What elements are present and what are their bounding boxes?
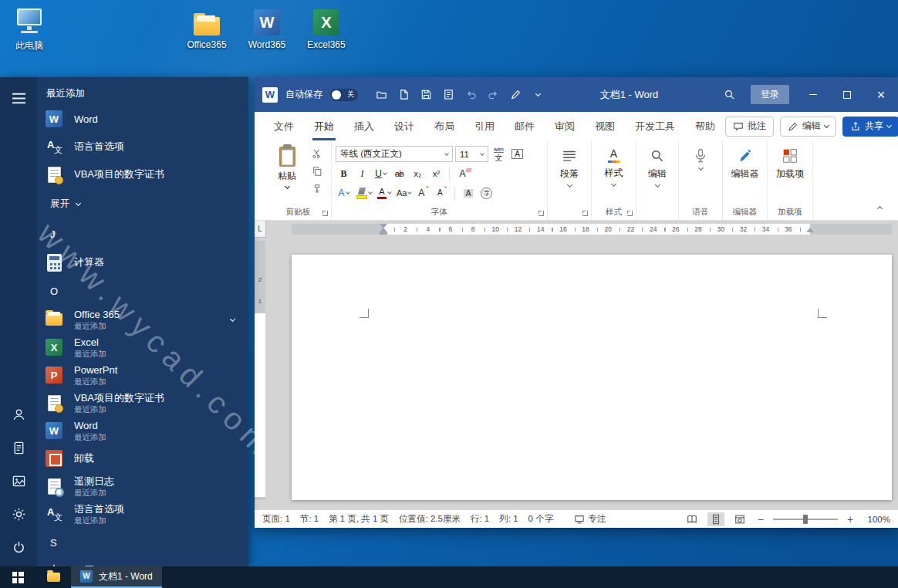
settings-icon[interactable] (8, 504, 29, 524)
subscript-button[interactable] (410, 166, 426, 181)
share-button[interactable]: 共享 (842, 117, 898, 137)
zoom-slider-thumb[interactable] (803, 515, 808, 524)
tab-mailings[interactable]: 邮件 (505, 112, 545, 140)
phonetic-guide-button[interactable] (491, 147, 507, 162)
start-menu-item-word[interactable]: Word 最近添加 (37, 417, 248, 444)
maximize-button[interactable] (830, 77, 864, 112)
expand-button[interactable]: 展开 (37, 188, 248, 219)
status-column[interactable]: 列: 1 (499, 513, 518, 525)
status-section[interactable]: 节: 1 (300, 513, 319, 525)
font-size-select[interactable]: 11 (455, 146, 488, 162)
tab-design[interactable]: 设计 (384, 112, 424, 140)
tab-view[interactable]: 视图 (585, 112, 625, 140)
superscript-button[interactable] (428, 166, 444, 181)
user-icon[interactable] (8, 404, 29, 424)
start-menu-item-settings[interactable]: 设置 (37, 557, 248, 566)
taskbar-word-task[interactable]: 文档1 - Word (71, 566, 162, 588)
tab-review[interactable]: 审阅 (545, 112, 585, 140)
strikethrough-button[interactable] (391, 166, 407, 181)
zoom-level[interactable]: 100% (863, 515, 890, 524)
shrink-font-button[interactable] (434, 185, 450, 201)
start-menu-item-vba-cert[interactable]: VBA项目的数字证书 最近添加 (37, 389, 248, 417)
desktop-icon-excel365[interactable]: Excel365 (303, 6, 349, 50)
character-border-button[interactable] (509, 147, 525, 162)
status-word-count[interactable]: 0 个字 (528, 513, 554, 525)
start-menu-item-excel[interactable]: Excel 最近添加 (37, 333, 248, 361)
start-menu-item-powerpoint[interactable]: PowerPnt 最近添加 (37, 361, 248, 389)
start-menu-item-language[interactable]: 语言首选项 最近添加 (37, 500, 248, 528)
minimize-button[interactable] (796, 77, 830, 112)
tab-file[interactable]: 文件 (264, 112, 304, 140)
bold-button[interactable] (336, 166, 352, 181)
start-menu-item-telemetry[interactable]: 遥测日志 最近添加 (37, 472, 248, 500)
letter-header-o[interactable]: O (37, 276, 248, 306)
tab-developer[interactable]: 开发工具 (625, 112, 685, 140)
print-layout-button[interactable] (707, 512, 724, 526)
editing-button[interactable]: 编辑 (640, 146, 675, 201)
ribbon-collapse-icon[interactable] (872, 201, 887, 214)
paste-button[interactable]: 粘贴 (270, 145, 304, 201)
tab-references[interactable]: 引用 (464, 112, 505, 140)
underline-button[interactable] (373, 166, 389, 181)
desktop-icon-this-pc[interactable]: 此电脑 (6, 6, 52, 52)
undo-icon[interactable] (464, 89, 477, 101)
menu-icon[interactable] (8, 88, 29, 108)
dictate-button[interactable] (682, 146, 719, 201)
change-case-button[interactable] (395, 185, 413, 201)
letter-header-j[interactable]: J (37, 219, 248, 248)
power-icon[interactable] (8, 537, 29, 557)
tab-insert[interactable]: 插入 (344, 112, 384, 140)
dialog-launcher-icon[interactable] (582, 211, 588, 216)
open-icon[interactable] (375, 89, 387, 101)
sign-in-button[interactable]: 登录 (751, 85, 789, 104)
draw-icon[interactable] (509, 89, 522, 101)
start-menu-item-calculator[interactable]: 计算器 (37, 248, 248, 276)
autosave-toggle[interactable]: 关 (330, 89, 358, 101)
pictures-icon[interactable] (8, 471, 29, 491)
letter-header-s[interactable]: S (37, 528, 248, 557)
copy-icon[interactable] (309, 165, 325, 177)
font-name-select[interactable]: 等线 (西文正文) (336, 146, 453, 162)
desktop-icon-office365[interactable]: Office365 (184, 6, 230, 50)
clear-formatting-button[interactable] (454, 166, 471, 181)
left-indent-marker[interactable] (380, 232, 387, 235)
cut-icon[interactable] (309, 147, 325, 160)
dialog-launcher-icon[interactable] (627, 211, 633, 216)
redo-icon[interactable] (487, 89, 499, 101)
addins-button[interactable]: 加载项 (771, 146, 809, 201)
editor-button[interactable]: 编辑器 (726, 146, 764, 201)
tab-help[interactable]: 帮助 (685, 112, 725, 140)
tab-layout[interactable]: 布局 (424, 112, 464, 140)
zoom-slider[interactable] (773, 519, 838, 520)
editing-mode-button[interactable]: 编辑 (780, 117, 836, 137)
start-menu-item-office365[interactable]: Office 365 最近添加 (37, 306, 248, 333)
status-line[interactable]: 行: 1 (471, 513, 489, 525)
qat-chevron-icon[interactable] (532, 89, 544, 101)
right-indent-marker[interactable] (806, 228, 814, 232)
grow-font-button[interactable] (415, 185, 431, 201)
start-menu-item-uninstall[interactable]: 卸载 (37, 444, 248, 472)
save-icon[interactable] (420, 89, 432, 101)
document-page[interactable] (292, 255, 892, 500)
start-menu-item-language[interactable]: 语言首选项 (37, 133, 248, 161)
focus-mode-button[interactable]: 专注 (574, 513, 606, 525)
enclose-characters-button[interactable] (478, 185, 495, 201)
font-color-button[interactable] (376, 185, 393, 201)
styles-button[interactable]: 样式 (595, 146, 633, 201)
comments-button[interactable]: 批注 (725, 117, 774, 137)
text-effects-button[interactable] (336, 185, 352, 201)
start-button[interactable] (0, 566, 35, 588)
zoom-in-icon[interactable] (845, 514, 856, 525)
tab-home[interactable]: 开始 (304, 112, 344, 140)
web-layout-button[interactable] (731, 512, 748, 526)
italic-button[interactable] (354, 166, 370, 181)
status-page-of[interactable]: 第 1 页, 共 1 页 (329, 513, 389, 525)
status-position[interactable]: 位置值: 2.5厘米 (399, 513, 461, 525)
status-page[interactable]: 页面: 1 (262, 513, 290, 525)
print-preview-icon[interactable] (442, 89, 454, 101)
paragraph-button[interactable]: 段落 (551, 146, 588, 201)
highlight-button[interactable] (354, 185, 373, 201)
tab-selector[interactable] (255, 221, 266, 238)
new-file-icon[interactable] (397, 89, 410, 101)
dialog-launcher-icon[interactable] (322, 211, 328, 216)
